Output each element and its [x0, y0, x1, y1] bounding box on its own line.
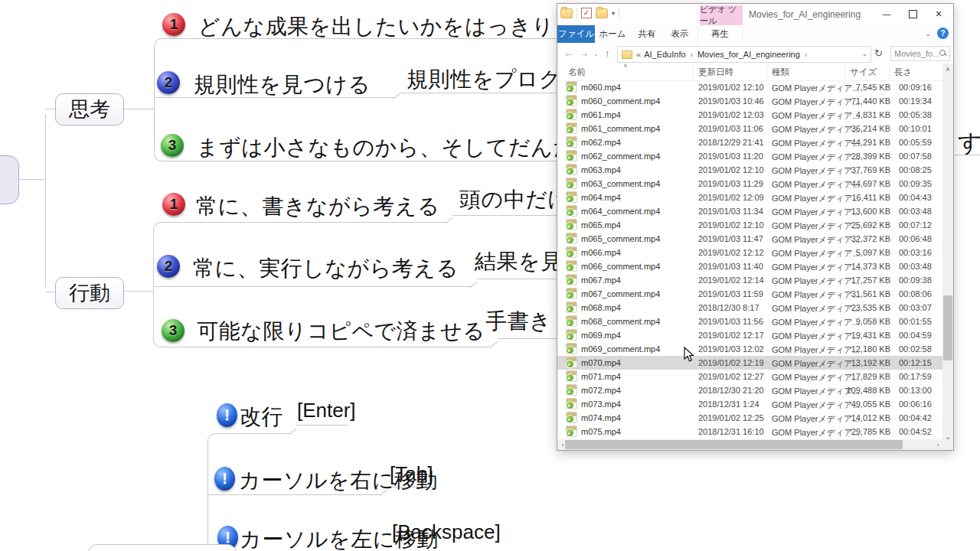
file-size: 28,399 KB — [810, 152, 890, 161]
column-header-length[interactable]: 長さ — [894, 67, 912, 78]
column-divider[interactable] — [766, 65, 767, 79]
file-row[interactable]: ▸m066.mp42019/01/02 12:12GOM Playerメディア.… — [557, 246, 943, 259]
exclamation-icon: ! — [214, 467, 235, 491]
file-row[interactable]: ▸m072.mp42018/12/30 21:20GOM Playerメディア.… — [557, 383, 943, 397]
file-row[interactable]: ▸m071.mp42019/01/02 12:27GOM Playerメディア.… — [557, 370, 943, 383]
column-divider[interactable] — [889, 65, 890, 79]
refresh-icon[interactable]: ↻ — [874, 47, 883, 59]
file-row[interactable]: ▸m062.mp42018/12/29 21:41GOM Playerメディア.… — [557, 135, 943, 149]
scroll-up-icon[interactable]: ∧ — [942, 64, 953, 74]
new-folder-icon[interactable] — [596, 8, 608, 18]
help-icon[interactable]: ? — [937, 28, 949, 39]
qat-dropdown-icon[interactable]: ▾ — [612, 10, 615, 17]
play-icon: ▸ — [568, 210, 570, 216]
breadcrumb-prefix[interactable]: « — [636, 50, 641, 59]
child-branch-text[interactable]: 頭の中だけ — [459, 185, 570, 214]
column-header-name[interactable]: 名前 — [568, 67, 586, 78]
recent-dropdown-icon[interactable]: ⌄ — [593, 50, 599, 57]
child-branch-text[interactable]: 結果を見 — [475, 247, 563, 276]
file-row[interactable]: ▸m065_comment.mp42019/01/03 11:47GOM Pla… — [557, 232, 943, 246]
tab-file[interactable]: ファイル — [557, 25, 595, 43]
tab-home[interactable]: ホーム — [598, 25, 627, 43]
file-row[interactable]: ▸m068.mp42018/12/30 8:17GOM Playerメディア..… — [557, 301, 943, 315]
horizontal-scrollbar[interactable]: ‹ › — [557, 439, 943, 450]
maximize-button[interactable] — [900, 4, 926, 24]
file-row[interactable]: ▸m060_comment.mp42019/01/03 10:46GOM Pla… — [557, 94, 943, 108]
mindmap-partial-node[interactable] — [88, 544, 237, 551]
scroll-right-icon[interactable]: › — [933, 439, 943, 450]
mindmap-node-koudou[interactable]: 行動 — [55, 277, 124, 309]
back-icon[interactable]: ← — [564, 47, 573, 59]
vertical-scrollbar[interactable]: ∧ ∨ — [942, 64, 953, 444]
file-row[interactable]: ▸m061_comment.mp42019/01/03 11:06GOM Pla… — [557, 122, 943, 135]
key-label[interactable]: [Tab] — [390, 462, 433, 486]
file-row[interactable]: ▸m061.mp42019/01/02 12:03GOM Playerメディア.… — [557, 108, 943, 122]
tab-play[interactable]: 再生 — [697, 25, 743, 43]
key-label[interactable]: [Backspace] — [392, 520, 501, 544]
minimize-button[interactable]: — — [874, 4, 900, 24]
close-button[interactable]: ✕ — [926, 4, 952, 24]
child-branch-text[interactable]: 手書き — [485, 307, 551, 336]
column-divider[interactable] — [693, 65, 694, 79]
file-row[interactable]: ▸m065.mp42019/01/02 12:10GOM Playerメディア.… — [557, 218, 943, 232]
file-row[interactable]: ▸m070.mp42019/01/02 12:19GOM Playerメディア.… — [557, 356, 943, 370]
play-icon: ▸ — [568, 141, 570, 147]
title-bar[interactable]: ✓ ▾ ビデオ ツール Movies_for_AI_engineering — … — [557, 4, 953, 25]
column-header-date[interactable]: 更新日時 — [698, 67, 733, 78]
file-row[interactable]: ▸m063.mp42019/01/02 12:10GOM Playerメディア.… — [557, 163, 943, 177]
file-row[interactable]: ▸m074.mp42019/01/02 12:25GOM Playerメディア.… — [557, 411, 943, 425]
connector — [207, 494, 208, 551]
up-icon[interactable]: ↑ — [605, 47, 610, 59]
key-label[interactable]: [Enter] — [297, 399, 356, 422]
breadcrumb-separator[interactable]: › — [691, 51, 693, 59]
breadcrumb-item[interactable]: Movies_for_AI_engineering — [697, 50, 800, 59]
ribbon-collapse-icon[interactable]: ⌄ — [925, 30, 931, 37]
breadcrumb-separator[interactable]: › — [805, 51, 807, 59]
branch-text[interactable]: 常に、実行しながら考える — [193, 254, 459, 283]
child-branch-text[interactable]: 規則性をプログ — [407, 65, 561, 94]
forward-icon[interactable]: → — [579, 47, 589, 59]
file-row[interactable]: ▸m067_comment.mp42019/01/03 11:59GOM Pla… — [557, 287, 943, 301]
breadcrumb-item[interactable]: AI_EduInfo — [644, 50, 685, 59]
address-bar[interactable]: « AI_EduInfo › Movies_for_AI_engineering… — [617, 46, 871, 63]
file-name: m068.mp4 — [581, 303, 621, 312]
file-row[interactable]: ▸m073.mp42018/12/31 1:24GOM Playerメディア..… — [557, 397, 943, 411]
file-row[interactable]: ▸m067.mp42019/01/02 12:14GOM Playerメディア.… — [557, 273, 943, 287]
file-row[interactable]: ▸m064_comment.mp42019/01/03 11:34GOM Pla… — [557, 204, 943, 218]
file-date: 2019/01/03 11:06 — [698, 124, 763, 133]
address-dropdown-icon[interactable]: ⌄ — [861, 50, 867, 57]
column-header-type[interactable]: 種類 — [772, 67, 789, 78]
properties-check-icon[interactable]: ✓ — [581, 8, 592, 18]
file-length: 00:05:38 — [899, 110, 932, 119]
search-input[interactable]: Movies_fo... — [890, 46, 950, 61]
play-icon: ▸ — [568, 251, 570, 257]
vertical-scroll-thumb[interactable] — [943, 295, 952, 360]
mindmap-node-shikou[interactable]: 思考 — [55, 93, 124, 126]
column-divider[interactable] — [844, 65, 845, 79]
file-size: 9,058 KB — [810, 317, 890, 326]
file-row[interactable]: ▸m068_comment.mp42019/01/03 11:56GOM Pla… — [557, 315, 943, 328]
tab-share[interactable]: 共有 — [633, 25, 661, 43]
file-row[interactable]: ▸m062_comment.mp42019/01/03 11:20GOM Pla… — [557, 149, 943, 163]
branch-text[interactable]: 規則性を見つける — [194, 70, 371, 99]
file-row[interactable]: ▸m066_comment.mp42019/01/03 11:40GOM Pla… — [557, 259, 943, 273]
branch-text[interactable]: 常に、書きながら考える — [196, 192, 439, 221]
file-row[interactable]: ▸m060.mp42019/01/02 12:10GOM Playerメディア.… — [557, 80, 943, 94]
horizontal-scroll-thumb[interactable] — [565, 440, 903, 449]
branch-text[interactable]: 可能な限りコピペで済ませる — [197, 317, 485, 346]
branch-text[interactable]: 改行 — [240, 403, 283, 432]
file-row[interactable]: ▸m069_comment.mp42019/01/03 12:02GOM Pla… — [557, 342, 943, 356]
file-size: 49,055 KB — [810, 399, 890, 409]
file-size: 44,697 KB — [810, 179, 890, 188]
file-row[interactable]: ▸m064.mp42019/01/02 12:09GOM Playerメディア.… — [557, 191, 943, 204]
sort-ascending-icon[interactable]: ∧ — [623, 62, 628, 69]
file-row[interactable]: ▸m063_comment.mp42019/01/03 11:29GOM Pla… — [557, 177, 943, 191]
tab-view[interactable]: 表示 — [666, 25, 694, 43]
file-row[interactable]: ▸m075.mp42018/12/31 16:10GOM Playerメディア.… — [557, 425, 943, 439]
play-icon: ▸ — [568, 86, 570, 92]
mindmap-root-node[interactable] — [0, 155, 19, 204]
file-row[interactable]: ▸m069.mp42019/01/02 12:17GOM Playerメディア.… — [557, 328, 943, 342]
video-tools-contextual-tab[interactable]: ビデオ ツール — [700, 5, 743, 25]
column-header-size[interactable]: サイズ — [850, 67, 877, 78]
folder-icon[interactable] — [560, 8, 573, 18]
